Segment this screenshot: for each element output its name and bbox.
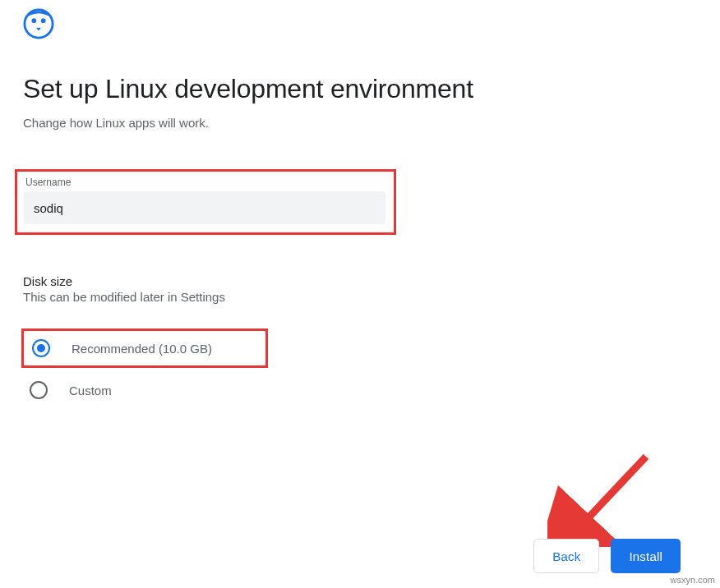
radio-custom-label: Custom: [69, 384, 112, 397]
arrow-annotation: [547, 448, 654, 547]
recommended-option-highlight: Recommended (10.0 GB): [21, 328, 268, 368]
penguin-icon: [23, 8, 54, 39]
username-label: Username: [25, 177, 387, 188]
radio-recommended[interactable]: [32, 339, 50, 357]
page-subtitle: Change how Linux apps will work.: [23, 116, 697, 130]
username-section-highlight: Username: [15, 169, 396, 235]
svg-point-1: [31, 18, 36, 23]
footer-buttons: Back Install: [533, 539, 681, 573]
back-button[interactable]: Back: [533, 539, 599, 573]
disk-size-radio-group: Recommended (10.0 GB) Custom: [23, 328, 697, 407]
svg-point-2: [41, 18, 46, 23]
watermark: wsxyn.com: [671, 575, 715, 585]
disk-size-subtitle: This can be modified later in Settings: [23, 290, 697, 304]
install-button[interactable]: Install: [611, 539, 681, 573]
disk-size-title: Disk size: [23, 274, 697, 288]
svg-line-3: [580, 457, 646, 526]
page-title: Set up Linux development environment: [23, 74, 697, 104]
radio-custom[interactable]: [30, 381, 48, 399]
username-input[interactable]: [24, 191, 385, 224]
radio-recommended-label: Recommended (10.0 GB): [72, 342, 212, 356]
